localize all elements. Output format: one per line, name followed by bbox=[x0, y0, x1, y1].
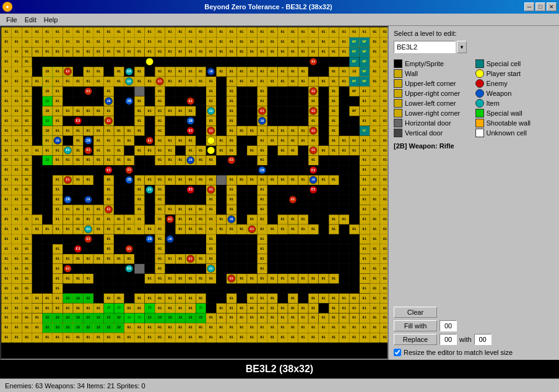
menu-edit[interactable]: Edit bbox=[21, 15, 40, 25]
ul-corner-label: Upper-left corner bbox=[405, 80, 456, 87]
ul-corner-swatch bbox=[394, 79, 402, 88]
main-content: Select a level to edit: BE3L2 ▼ Empty/Sp… bbox=[0, 26, 559, 360]
close-button[interactable]: ✕ bbox=[547, 2, 557, 11]
level-selector: BE3L2 ▼ bbox=[394, 41, 554, 53]
special-cell-label: Special cell bbox=[487, 60, 521, 67]
window-title: Beyond Zero Tolerance - BE3L2 (38x32) bbox=[12, 3, 524, 11]
unknown-cell-label: Unknown cell bbox=[487, 129, 527, 137]
resize-checkbox[interactable] bbox=[394, 349, 401, 356]
legend-special-cell: Special cell bbox=[475, 59, 555, 68]
wall-swatch bbox=[394, 69, 402, 78]
replace-with-label: with bbox=[459, 336, 472, 343]
weapon-swatch bbox=[475, 89, 484, 98]
legend-upper-left-corner: Upper-left corner bbox=[394, 79, 473, 88]
legend-unknown-cell: Unknown cell bbox=[475, 129, 555, 137]
menu-help[interactable]: Help bbox=[40, 15, 62, 25]
legend-item: Item bbox=[475, 99, 555, 108]
legend-wall: Wall bbox=[394, 69, 473, 78]
unknown-cell-swatch bbox=[475, 129, 484, 137]
shootable-wall-swatch bbox=[475, 119, 484, 127]
legend-enemy: Enemy bbox=[475, 79, 555, 88]
fill-with-button[interactable]: Fill with bbox=[394, 320, 437, 331]
legend-empty-sprite: Empty/Sprite bbox=[394, 59, 473, 68]
lr-corner-label: Lower-right corner bbox=[405, 109, 460, 117]
title-bar: ● Beyond Zero Tolerance - BE3L2 (38x32) … bbox=[0, 0, 559, 14]
empty-sprite-swatch bbox=[394, 59, 402, 68]
resize-checkbox-row: Resize the editor to match level size bbox=[394, 349, 554, 356]
special-cell-swatch bbox=[475, 59, 484, 68]
vdoor-label: Vertical door bbox=[405, 129, 443, 137]
app-icon: ● bbox=[2, 2, 12, 12]
item-label: Item bbox=[487, 100, 500, 107]
hdoor-swatch bbox=[394, 119, 402, 127]
minimize-button[interactable]: ─ bbox=[524, 2, 534, 11]
ur-corner-swatch bbox=[394, 89, 402, 98]
empty-sprite-label: Empty/Sprite bbox=[405, 60, 444, 67]
legend-special-wall: Special wall bbox=[475, 109, 555, 117]
replace-from-input[interactable] bbox=[440, 334, 457, 345]
wall-label: Wall bbox=[405, 70, 418, 77]
item-swatch bbox=[475, 99, 484, 108]
replace-row: Replace with bbox=[394, 334, 554, 345]
fill-with-row: Fill with bbox=[394, 320, 554, 331]
level-title-bar: BE3L2 (38x32) bbox=[0, 360, 559, 378]
legend-lower-left-corner: Lower-left corner bbox=[394, 99, 473, 108]
select-level-label: Select a level to edit: bbox=[394, 30, 554, 37]
right-panel: Select a level to edit: BE3L2 ▼ Empty/Sp… bbox=[389, 26, 559, 360]
lr-corner-swatch bbox=[394, 109, 402, 117]
player-start-swatch bbox=[475, 69, 484, 78]
vdoor-swatch bbox=[394, 129, 402, 137]
window-controls: ─ □ ✕ bbox=[524, 2, 557, 11]
dropdown-button[interactable]: ▼ bbox=[457, 41, 467, 53]
legend-lower-right-corner: Lower-right corner bbox=[394, 109, 473, 117]
status-text: Enemies: 63 Weapons: 34 Items: 21 Sprite… bbox=[5, 382, 145, 390]
legend-horizontal-door: Horizontal door bbox=[394, 119, 473, 127]
level-title: BE3L2 (38x32) bbox=[246, 364, 313, 375]
legend-shootable-wall: Shootable wall bbox=[475, 119, 555, 127]
replace-to-input[interactable] bbox=[474, 334, 492, 345]
enemy-swatch bbox=[475, 79, 484, 88]
hdoor-label: Horizontal door bbox=[405, 119, 451, 127]
level-input[interactable]: BE3L2 bbox=[394, 41, 456, 53]
legend-upper-right-corner: Upper-right corner bbox=[394, 89, 473, 98]
cell-info: [2B] Weapon: Rifle bbox=[394, 142, 554, 150]
resize-label: Resize the editor to match level size bbox=[404, 349, 513, 356]
map-canvas[interactable] bbox=[1, 27, 389, 343]
legend-weapon: Weapon bbox=[475, 89, 555, 98]
legend-player-start: Player start bbox=[475, 69, 555, 78]
menu-bar: File Edit Help bbox=[0, 14, 559, 26]
special-wall-label: Special wall bbox=[487, 109, 522, 117]
buttons-section: Clear Fill with Replace with Resize the … bbox=[394, 307, 554, 356]
maximize-button[interactable]: □ bbox=[535, 2, 545, 11]
ll-corner-label: Lower-left corner bbox=[405, 100, 456, 107]
clear-button[interactable]: Clear bbox=[394, 307, 437, 318]
fill-with-input[interactable] bbox=[440, 320, 457, 331]
special-wall-swatch bbox=[475, 109, 484, 117]
enemy-label: Enemy bbox=[487, 80, 508, 87]
map-container[interactable] bbox=[0, 26, 389, 360]
weapon-label: Weapon bbox=[487, 90, 512, 97]
ll-corner-swatch bbox=[394, 99, 402, 108]
menu-file[interactable]: File bbox=[2, 15, 21, 25]
ur-corner-label: Upper-right corner bbox=[405, 90, 460, 97]
player-start-label: Player start bbox=[487, 70, 521, 77]
legend-vertical-door: Vertical door bbox=[394, 129, 473, 137]
status-bar: Enemies: 63 Weapons: 34 Items: 21 Sprite… bbox=[0, 378, 559, 392]
legend: Empty/Sprite Special cell Wall Player st… bbox=[394, 59, 554, 137]
shootable-wall-label: Shootable wall bbox=[487, 119, 531, 127]
replace-button[interactable]: Replace bbox=[394, 334, 437, 345]
